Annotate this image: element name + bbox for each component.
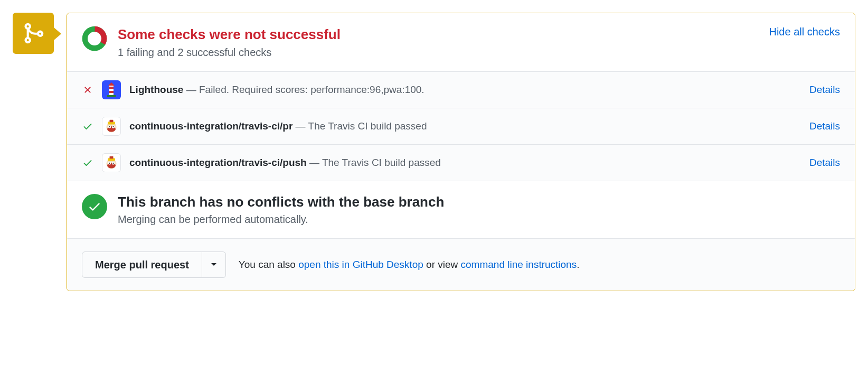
- success-check-icon: [82, 194, 107, 219]
- svg-rect-4: [109, 91, 114, 93]
- caret-down-icon: [211, 263, 217, 267]
- check-row: continuous-integration/travis-ci/push — …: [67, 145, 855, 181]
- svg-point-21: [109, 162, 110, 163]
- status-donut-icon: [82, 26, 107, 51]
- merge-status-subtitle: Merging can be performed automatically.: [118, 213, 444, 226]
- pass-icon: [82, 157, 93, 168]
- svg-point-14: [112, 126, 114, 127]
- merge-status-section: This branch has no conflicts with the ba…: [67, 181, 855, 238]
- svg-point-13: [109, 126, 110, 127]
- cli-instructions-link[interactable]: command line instructions: [461, 259, 577, 270]
- svg-rect-6: [107, 95, 116, 97]
- travis-app-icon: [102, 153, 121, 172]
- pass-icon: [82, 121, 93, 132]
- svg-rect-3: [109, 87, 114, 89]
- merge-actions-bar: Merge pull request You can also open thi…: [67, 238, 855, 291]
- check-description: continuous-integration/travis-ci/push — …: [129, 157, 801, 169]
- svg-rect-18: [110, 156, 114, 158]
- lighthouse-app-icon: [102, 80, 121, 99]
- checks-status-title: Some checks were not successful: [118, 26, 758, 43]
- check-row: Lighthouse — Failed. Required scores: pe…: [67, 72, 855, 108]
- merge-alt-text: You can also open this in GitHub Desktop…: [239, 259, 580, 271]
- checks-summary-header: Some checks were not successful 1 failin…: [67, 13, 855, 71]
- check-description: continuous-integration/travis-ci/pr — Th…: [129, 120, 801, 132]
- svg-rect-2: [109, 85, 114, 95]
- merge-panel: Some checks were not successful 1 failin…: [67, 13, 855, 291]
- fail-icon: [82, 85, 93, 95]
- checks-list: Lighthouse — Failed. Required scores: pe…: [67, 71, 855, 181]
- svg-point-1: [85, 29, 104, 48]
- merge-pull-request-button[interactable]: Merge pull request: [82, 252, 202, 278]
- svg-marker-5: [108, 82, 115, 86]
- merge-status-title: This branch has no conflicts with the ba…: [118, 194, 444, 210]
- merge-branch-icon: [13, 13, 54, 54]
- check-description: Lighthouse — Failed. Required scores: pe…: [129, 84, 801, 96]
- svg-rect-10: [110, 119, 114, 122]
- check-details-link[interactable]: Details: [809, 157, 840, 169]
- check-row: continuous-integration/travis-ci/pr — Th…: [67, 108, 855, 145]
- check-details-link[interactable]: Details: [809, 120, 840, 132]
- merge-options-dropdown[interactable]: [202, 252, 226, 278]
- open-desktop-link[interactable]: open this in GitHub Desktop: [298, 259, 423, 270]
- svg-point-22: [112, 162, 114, 163]
- check-details-link[interactable]: Details: [809, 84, 840, 96]
- hide-checks-link[interactable]: Hide all checks: [769, 26, 840, 38]
- checks-status-subtitle: 1 failing and 2 successful checks: [118, 46, 758, 59]
- travis-app-icon: [102, 117, 121, 136]
